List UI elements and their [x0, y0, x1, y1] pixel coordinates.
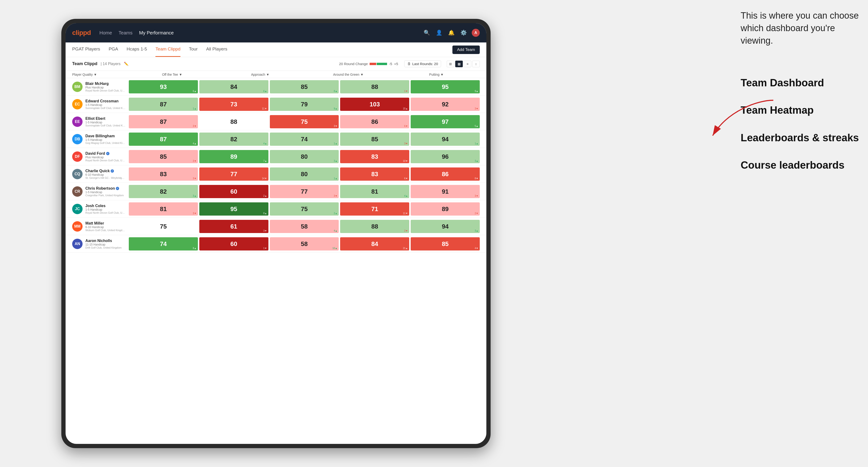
player-name[interactable]: Charlie Quick ✓ — [85, 169, 125, 173]
player-name[interactable]: Edward Crossman — [85, 99, 125, 103]
player-name[interactable]: Dave Billingham — [85, 134, 125, 138]
stat-cell-3-1: 82 4▲ — [199, 132, 269, 146]
verify-badge: ✓ — [116, 187, 119, 190]
bell-icon[interactable]: 🔔 — [447, 29, 455, 37]
player-text: Blair McHarg Plus Handicap Royal North D… — [85, 82, 125, 92]
player-handicap: 1-5 Handicap — [85, 208, 125, 211]
stat-cell-8-1: 61 3▼ — [199, 220, 269, 233]
stat-cells: 87 1▲ 73 11▼ 79 9▲ 103 15▲ 92 3▼ — [129, 98, 480, 111]
team-count: | 14 Players — [101, 62, 121, 66]
stat-cell-5-4: 86 8▼ — [411, 167, 480, 181]
add-team-button[interactable]: Add Team — [453, 45, 480, 54]
table-row: DB Dave Billingham 1-5 Handicap Gog Mago… — [66, 130, 486, 148]
player-info: CQ Charlie Quick ✓ 6-10 Handicap St. Geo… — [72, 169, 129, 179]
stat-cell-4-0: 85 3▼ — [129, 150, 198, 163]
table-row: JC Josh Coles 1-5 Handicap Royal North D… — [66, 200, 486, 218]
view-list-button[interactable]: ≡ — [464, 61, 471, 67]
player-club: Craigmillar Park, United Kingdom — [85, 194, 124, 197]
stat-cell-7-2: 75 2▲ — [270, 203, 339, 216]
stat-cell-1-1: 73 11▼ — [199, 98, 269, 111]
stat-cell-7-0: 81 3▼ — [129, 203, 198, 216]
player-club: Sunningdale Golf Club, United Kingdom — [85, 124, 125, 127]
nav-teams[interactable]: Teams — [119, 29, 132, 36]
player-text: Edward Crossman 1-5 Handicap Sunningdale… — [85, 99, 125, 110]
nav-home[interactable]: Home — [99, 29, 112, 36]
player-handicap: 6-10 Handicap — [85, 225, 125, 229]
player-handicap: 1-5 Handicap — [85, 121, 125, 124]
stat-cell-4-4: 96 3▲ — [411, 150, 480, 163]
annotation-intro: This is where you can choose which dashb… — [741, 9, 863, 47]
stat-cell-1-2: 79 9▲ — [270, 98, 339, 111]
stat-cell-2-0: 87 3▼ — [129, 115, 198, 128]
player-info: DB Dave Billingham 1-5 Handicap Gog Mago… — [72, 134, 129, 144]
nav-my-performance[interactable]: My Performance — [139, 29, 174, 36]
player-info: EE Elliot Ebert 1-5 Handicap Sunningdale… — [72, 117, 129, 127]
stat-cell-3-4: 94 1▲ — [411, 132, 480, 146]
player-club: St. George's Hill GC - Weybridge - Surre… — [85, 177, 125, 179]
tab-pga[interactable]: PGA — [109, 42, 118, 57]
avatar: CR — [72, 186, 83, 197]
tab-pgat-players[interactable]: PGAT Players — [72, 42, 100, 57]
table-row: AN Aaron Nicholls 11-15 Handicap Drift G… — [66, 235, 486, 253]
col-header-off-tee: Off the Tee ▼ — [129, 73, 216, 76]
user-avatar[interactable]: A — [472, 29, 480, 37]
view-filter-button[interactable]: ↕ — [472, 61, 480, 67]
table-row: EE Elliot Ebert 1-5 Handicap Sunningdale… — [66, 113, 486, 130]
stat-cell-9-4: 85 4▼ — [411, 237, 480, 250]
player-name[interactable]: Matt Miller — [85, 221, 125, 225]
player-text: Elliot Ebert 1-5 Handicap Sunningdale Go… — [85, 117, 125, 127]
ipad-frame: clippd Home Teams My Performance 🔍 👤 🔔 ⚙… — [61, 19, 491, 448]
stat-cell-1-4: 92 3▼ — [411, 98, 480, 111]
player-info: MM Matt Miller 6-10 Handicap Woburn Golf… — [72, 221, 129, 231]
stat-cells: 74 8▲ 60 1▼ 58 10▲ 84 21▲ 85 4▼ — [129, 237, 480, 250]
stat-cells: 83 3▼ 77 14▼ 80 1▲ 83 6▼ 86 8▼ — [129, 167, 480, 181]
avatar: CQ — [72, 169, 83, 179]
player-name[interactable]: Chris Robertson ✓ — [85, 186, 124, 191]
player-name[interactable]: Blair McHarg — [85, 82, 125, 86]
verify-badge: ✓ — [106, 152, 110, 155]
player-name[interactable]: Josh Coles — [85, 204, 125, 208]
tab-hcaps[interactable]: Hcaps 1-5 — [127, 42, 147, 57]
ipad-screen: clippd Home Teams My Performance 🔍 👤 🔔 ⚙… — [66, 23, 486, 444]
verify-badge: ✓ — [111, 169, 114, 173]
tab-bar: PGAT Players PGA Hcaps 1-5 Team Clippd T… — [66, 42, 486, 57]
player-rows: BM Blair McHarg Plus Handicap Royal Nort… — [66, 78, 486, 253]
player-handicap: 1-5 Handicap — [85, 191, 124, 194]
last-rounds-button[interactable]: 🗓 Last Rounds: 20 — [404, 60, 441, 67]
table-row: CQ Charlie Quick ✓ 6-10 Handicap St. Geo… — [66, 165, 486, 183]
stat-cells: 87 3▼ 88 75 3▼ 86 6▼ 97 5▲ — [129, 115, 480, 128]
view-grid-button[interactable]: ⊞ — [447, 61, 454, 67]
stat-col-headers: Off the Tee ▼ Approach ▼ Around the Gree… — [129, 73, 480, 76]
player-text: Josh Coles 1-5 Handicap Royal North Devo… — [85, 204, 125, 214]
top-nav: clippd Home Teams My Performance 🔍 👤 🔔 ⚙… — [66, 23, 486, 42]
annotation-arrow — [708, 94, 778, 142]
stat-cell-0-2: 85 8▲ — [270, 80, 339, 93]
change-minus: -5 — [389, 62, 392, 66]
player-club: Gog Magog Golf Club, United Kingdom — [85, 142, 125, 144]
player-handicap: 11-15 Handicap — [85, 243, 121, 246]
last-rounds-icon: 🗓 — [407, 62, 411, 66]
view-heatmap-button[interactable]: ▦ — [455, 61, 463, 67]
search-icon[interactable]: 🔍 — [423, 29, 431, 37]
player-name[interactable]: Aaron Nicholls — [85, 239, 121, 243]
player-text: David Ford ✓ Plus Handicap Royal North D… — [85, 151, 125, 162]
avatar: JC — [72, 204, 83, 214]
settings-icon[interactable]: ⚙️ — [460, 29, 467, 37]
player-club: Woburn Golf Club, United Kingdom — [85, 229, 125, 231]
player-name[interactable]: David Ford ✓ — [85, 151, 125, 156]
profile-icon[interactable]: 👤 — [435, 29, 443, 37]
team-name: Team Clippd — [72, 61, 97, 66]
stat-cell-9-1: 60 1▼ — [199, 237, 269, 250]
stat-cell-4-1: 89 7▲ — [199, 150, 269, 163]
tab-all-players[interactable]: All Players — [206, 42, 227, 57]
stat-cells: 81 3▼ 95 8▲ 75 2▲ 71 11▼ 89 2▼ — [129, 203, 480, 216]
avatar: MM — [72, 221, 83, 231]
stat-cell-2-2: 75 3▼ — [270, 115, 339, 128]
player-name[interactable]: Elliot Ebert — [85, 117, 125, 121]
tab-team-clippd[interactable]: Team Clippd — [155, 42, 181, 57]
tab-tour[interactable]: Tour — [189, 42, 198, 57]
edit-icon[interactable]: ✏️ — [124, 62, 129, 66]
stat-cell-6-3: 81 4▲ — [340, 185, 409, 198]
col-header-approach: Approach ▼ — [217, 73, 304, 76]
avatar: DF — [72, 151, 83, 162]
